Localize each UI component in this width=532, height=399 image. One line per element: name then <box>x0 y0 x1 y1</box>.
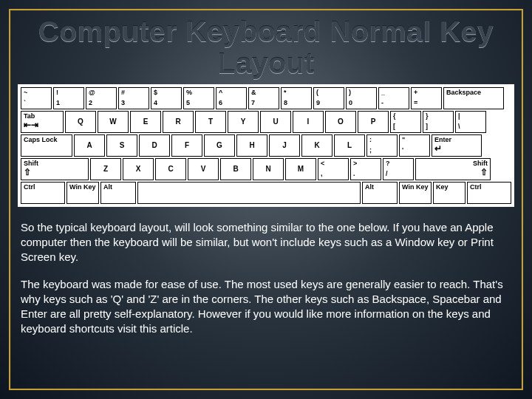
slide-frame <box>9 9 523 390</box>
